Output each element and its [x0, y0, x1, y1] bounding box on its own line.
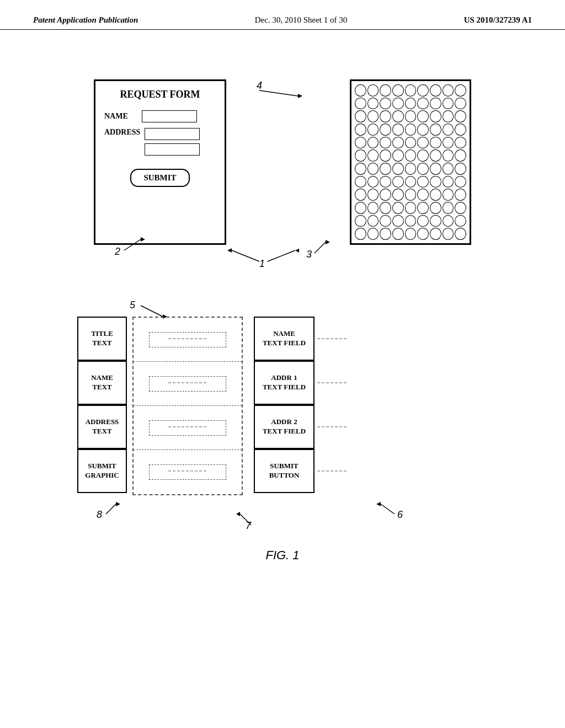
circle-cell	[443, 228, 454, 240]
header-patent-number: US 2010/327239 A1	[464, 15, 532, 25]
circle-cell	[430, 215, 441, 227]
svg-line-10	[232, 250, 259, 261]
request-form-box: REQUEST FORM NAME ADDRESS SUBMIT	[94, 79, 226, 245]
circle-cell	[417, 228, 429, 240]
circle-cell	[355, 84, 366, 97]
circle-cell	[355, 110, 366, 122]
circle-cell	[380, 149, 391, 162]
middle-dashed-region	[132, 317, 243, 495]
left-cell-address: ADDRESSTEXT	[77, 405, 127, 449]
address-label: ADDRESS	[104, 128, 140, 137]
submit-area: SUBMIT	[104, 169, 216, 187]
circle-cell	[430, 137, 441, 149]
circle-cell	[430, 189, 441, 201]
svg-line-0	[259, 90, 298, 96]
circle-cell	[417, 84, 429, 97]
circle-cell	[392, 202, 404, 214]
svg-text:5: 5	[130, 299, 136, 311]
svg-text:1: 1	[259, 258, 265, 269]
svg-marker-1	[298, 94, 302, 98]
circle-cell	[380, 189, 391, 201]
circle-cell	[380, 202, 391, 214]
middle-row-2	[134, 362, 242, 406]
circle-cell	[392, 228, 404, 240]
svg-text:8: 8	[97, 509, 102, 520]
circle-cell	[417, 137, 429, 149]
circle-cell	[443, 84, 454, 97]
circle-cell	[392, 110, 404, 122]
circle-cell	[455, 176, 466, 188]
circle-cell	[430, 110, 441, 122]
circle-cell	[355, 98, 366, 110]
circle-cell	[455, 228, 466, 240]
circle-cell	[417, 110, 429, 122]
circle-cell	[443, 215, 454, 227]
circle-cell	[380, 163, 391, 175]
circle-cell	[405, 149, 417, 162]
svg-marker-13	[295, 249, 299, 253]
circle-cell	[392, 98, 404, 110]
circle-cell	[430, 163, 441, 175]
circle-cell	[392, 189, 404, 201]
circle-cell	[443, 98, 454, 110]
svg-line-6	[315, 242, 326, 253]
svg-marker-25	[376, 502, 381, 506]
circle-cell	[380, 98, 391, 110]
circle-cell	[405, 84, 417, 97]
address-input-2	[145, 143, 200, 156]
dashed-inner-4	[149, 464, 226, 480]
left-cell-name: NAMETEXT	[77, 361, 127, 405]
circle-cell	[443, 149, 454, 162]
svg-line-21	[240, 514, 251, 525]
middle-row-4	[134, 450, 242, 494]
circle-cell	[367, 163, 379, 175]
circle-cell	[355, 163, 366, 175]
address-row: ADDRESS	[104, 128, 216, 156]
circle-cell	[367, 228, 379, 240]
svg-text:4: 4	[257, 80, 262, 91]
circle-cell	[417, 149, 429, 162]
circle-cell	[367, 124, 379, 136]
circle-cell	[443, 202, 454, 214]
circle-cell	[443, 124, 454, 136]
circle-cell	[405, 98, 417, 110]
circle-cell	[392, 137, 404, 149]
circle-cell	[405, 137, 417, 149]
svg-marker-22	[236, 512, 240, 516]
circle-cell	[443, 137, 454, 149]
circle-cell	[367, 98, 379, 110]
circle-cell	[392, 215, 404, 227]
circle-cell	[443, 110, 454, 122]
circle-cell	[380, 110, 391, 122]
circle-grid-box	[350, 79, 471, 245]
circle-cell	[430, 84, 441, 97]
circle-cell	[367, 215, 379, 227]
address-inputs	[145, 128, 200, 156]
circle-cell	[417, 189, 429, 201]
svg-line-15	[141, 306, 163, 317]
svg-marker-7	[326, 240, 330, 244]
circle-cell	[443, 176, 454, 188]
circle-cell	[417, 215, 429, 227]
circle-cell	[455, 124, 466, 136]
circle-cell	[443, 163, 454, 175]
circle-cell	[417, 163, 429, 175]
middle-row-1	[134, 318, 242, 362]
dashed-inner-1	[149, 332, 226, 347]
circle-cell	[355, 215, 366, 227]
circle-cell	[355, 176, 366, 188]
circle-cell	[367, 110, 379, 122]
circle-cell	[355, 149, 366, 162]
circle-cell	[355, 228, 366, 240]
circle-cell	[417, 176, 429, 188]
circle-cell	[455, 189, 466, 201]
circle-cell	[355, 124, 366, 136]
circle-cell	[417, 124, 429, 136]
top-diagram: REQUEST FORM NAME ADDRESS SUBMIT	[44, 63, 521, 272]
circle-cell	[455, 98, 466, 110]
circle-cell	[430, 202, 441, 214]
circle-cell	[405, 176, 417, 188]
circle-cell	[405, 110, 417, 122]
svg-text:2: 2	[114, 246, 120, 257]
page-header: Patent Application Publication Dec. 30, …	[0, 0, 565, 30]
